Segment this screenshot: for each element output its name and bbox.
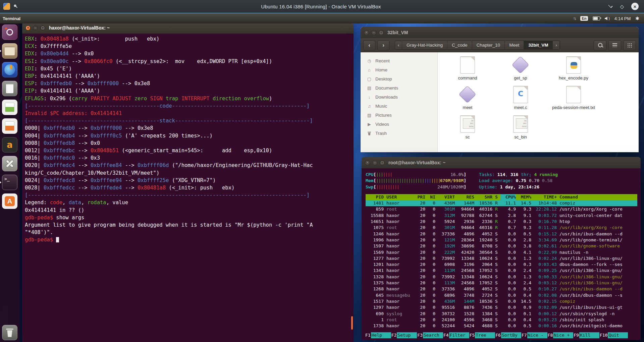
column-header-virt[interactable]: VIRT: [435, 194, 455, 200]
maximize-icon[interactable]: ▢: [380, 160, 385, 165]
column-header-time+[interactable]: TIME+: [531, 194, 557, 200]
clock-label[interactable]: 4:14 PM: [614, 16, 631, 21]
fkey-label-filter[interactable]: Filter: [449, 332, 469, 338]
minimize-icon[interactable]: –: [33, 25, 38, 31]
process-row-1268[interactable]: 1268haxor2003733648964052S0.00.50:10.27/…: [366, 286, 637, 292]
process-row-1328[interactable]: 1328haxor200739921334810624S0.01.30:00.3…: [366, 274, 637, 280]
close-icon[interactable]: ×: [631, 3, 639, 10]
fkey-label-nice[interactable]: Nice +: [553, 332, 573, 338]
file-manager-titlebar[interactable]: × – ▢ 32bit_VM: [361, 27, 639, 39]
session-gear-icon[interactable]: ✱: [635, 16, 639, 21]
process-row-1996[interactable]: 1996haxor200121M2836419240S0.02.83:34.69…: [366, 237, 637, 243]
file-item-command[interactable]: command: [441, 56, 494, 86]
process-table-header[interactable]: PIDUSERPRINIVIRTRESSHRSCPU%MEM%TIME+Comm…: [366, 194, 637, 200]
launcher-item-settings[interactable]: [2, 156, 17, 171]
breadcrumb-scroll-right[interactable]: ›: [553, 41, 560, 49]
fkey-f2[interactable]: F2: [391, 332, 397, 338]
file-item-sc_bin[interactable]: 10 101 1010sc_bin: [494, 115, 547, 145]
process-row-1517[interactable]: 1517haxor200436M144M18536S0.014.50:02.15…: [366, 298, 637, 304]
close-icon[interactable]: ×: [25, 25, 31, 31]
fkey-f10[interactable]: F10: [599, 332, 608, 338]
sidebar-item-downloads[interactable]: ↓Downloads: [361, 93, 437, 102]
launcher-item-trashcan[interactable]: [2, 325, 17, 340]
htop-terminal-titlebar[interactable]: × – ▢ root@haxor-VirtualBox: ~: [362, 157, 641, 169]
column-header-shr[interactable]: SHR: [474, 194, 492, 200]
column-header-res[interactable]: RES: [455, 194, 474, 200]
breadcrumb-item-32bit_VM[interactable]: 32bit_VM: [524, 41, 553, 49]
maximize-icon[interactable]: ▢: [379, 30, 384, 35]
fkey-f5[interactable]: F5: [469, 332, 475, 338]
fkey-f4[interactable]: F4: [443, 332, 449, 338]
sidebar-item-pictures[interactable]: ▨Pictures: [361, 111, 437, 120]
sidebar-item-documents[interactable]: ▤Documents: [361, 83, 437, 93]
file-item-meet.c[interactable]: Cmeet.c: [494, 86, 547, 115]
process-row-1075[interactable]: 1075root200301M9466440316R0.79.30:11.28/…: [366, 225, 637, 231]
process-row-1481[interactable]: 1481haxor200436M144M18536R11.114.51h14:4…: [366, 200, 637, 206]
minimize-icon[interactable]: –: [371, 30, 376, 35]
process-row-1597[interactable]: 1597haxor200192M386968708S0.03.80:02.61/…: [366, 243, 637, 249]
sidebar-item-home[interactable]: ⌂Home: [361, 65, 437, 74]
column-header-cpu%[interactable]: CPU%: [500, 194, 516, 200]
fkey-label-help[interactable]: Help: [371, 332, 391, 338]
process-row-859[interactable]: 859root200301M9466440316R4.99.322:28.12/…: [366, 206, 637, 212]
gdb-terminal-titlebar[interactable]: × – ▢ haxor@haxor-VirtualBox: ~: [22, 22, 354, 34]
file-item-sc[interactable]: 10 101 1010sc: [441, 115, 494, 145]
process-row-1[interactable]: 1root2002410045963468S0.00.40:03.23/sbin…: [366, 317, 637, 323]
process-row-1569[interactable]: 1569haxor200222M4242030564S0.04.10:22.99…: [366, 249, 637, 255]
list-view-button[interactable]: [608, 40, 621, 50]
search-button[interactable]: [594, 40, 606, 50]
launcher-item-terminal[interactable]: [2, 175, 17, 190]
file-manager-main[interactable]: commandget_sphex_encode.pymeetCmeet.cped…: [438, 52, 639, 152]
sidebar-item-recent[interactable]: ◷Recent: [361, 56, 437, 65]
file-item-hex_encode.py[interactable]: hex_encode.py: [547, 56, 600, 86]
process-row-1341[interactable]: 1341haxor200113M2456817052S0.02.40:09.25…: [366, 268, 637, 274]
fkey-f8[interactable]: F8: [547, 332, 553, 338]
maximize-icon[interactable]: ◇: [620, 4, 624, 9]
terminal-scrollbar[interactable]: [351, 316, 353, 330]
process-row-15588[interactable]: 15588haxor200312M9278862744S2.89.10:03.7…: [366, 213, 637, 219]
process-row-14651[interactable]: 14651haxor200592429362336R0.70.30:16.70h…: [366, 219, 637, 225]
volume-icon[interactable]: ): [605, 17, 610, 20]
app-menu-label[interactable]: Terminal: [0, 16, 20, 21]
breadcrumb-item-C_code[interactable]: C_code: [447, 41, 472, 49]
htop-content[interactable]: CPU[|||||||16.0%]Mem[|||||||||||||||||||…: [362, 168, 641, 340]
forward-button[interactable]: ›: [377, 40, 389, 50]
gdb-terminal-content[interactable]: EBX: 0x80481a8 (<_init>: push ebx)ECX: 0…: [22, 34, 354, 342]
launcher-item-software[interactable]: [2, 193, 17, 209]
keyboard-layout-indicator[interactable]: En: [580, 16, 588, 21]
grid-view-button[interactable]: [623, 40, 636, 50]
process-row-1246[interactable]: 1246haxor2003733648964052S0.00.50:15.12/…: [366, 231, 637, 237]
column-header-mem%[interactable]: MEM%: [516, 194, 531, 200]
process-row-1297[interactable]: 1297haxor2009551688767436S0.00.90:02.09/…: [366, 304, 637, 310]
launcher-item-files[interactable]: [2, 43, 17, 59]
fkey-label-search[interactable]: Search: [423, 332, 443, 338]
column-header-pri[interactable]: PRI: [413, 194, 425, 200]
file-item-meet[interactable]: meet: [441, 86, 494, 115]
process-row-645[interactable]: 645messagebu200689637482724S0.00.40:02.0…: [366, 292, 637, 298]
process-row-690[interactable]: 690syslog2003073215281384S0.00.10:00.12/…: [366, 311, 637, 317]
launcher-item-impress[interactable]: [2, 118, 17, 134]
breadcrumb-scroll-left[interactable]: ‹: [395, 41, 402, 49]
column-header-ni[interactable]: NI: [425, 194, 435, 200]
process-row-1375[interactable]: 1375haxor200113M2456817052S0.02.40:03.12…: [366, 280, 637, 286]
launcher-item-firefox[interactable]: [2, 62, 17, 77]
minimize-icon[interactable]: –: [372, 160, 377, 165]
close-icon[interactable]: ×: [365, 160, 370, 165]
column-header-s[interactable]: S: [492, 194, 500, 200]
fkey-label-nice[interactable]: Nice -: [527, 332, 547, 338]
file-item-peda-session-meet.txt[interactable]: peda-session-meet.txt: [547, 86, 600, 115]
sidebar-item-desktop[interactable]: ▢Desktop: [361, 74, 437, 83]
breadcrumb-item-Chapter_10[interactable]: Chapter_10: [472, 41, 505, 49]
network-indicator-icon[interactable]: ↑↓: [573, 16, 576, 21]
file-item-get_sp[interactable]: get_sp: [494, 56, 547, 86]
fkey-label-kill[interactable]: Kill: [579, 332, 599, 338]
process-row-1277[interactable]: 1277haxor200739921334810624S0.01.30:02.2…: [366, 255, 637, 262]
launcher-item-calc[interactable]: [2, 100, 17, 115]
sidebar-item-music[interactable]: ♫Music: [361, 102, 437, 111]
maximize-icon[interactable]: ▢: [40, 25, 45, 31]
sidebar-item-videos[interactable]: ▶Videos: [361, 120, 437, 129]
fkey-label-tree[interactable]: Tree: [475, 332, 495, 338]
column-header-pid[interactable]: PID: [366, 194, 384, 200]
process-row-1201[interactable]: 1201haxor200690831962064S0.00.30:03.43db…: [366, 262, 637, 268]
fkey-label-quit[interactable]: Quit: [608, 332, 628, 338]
